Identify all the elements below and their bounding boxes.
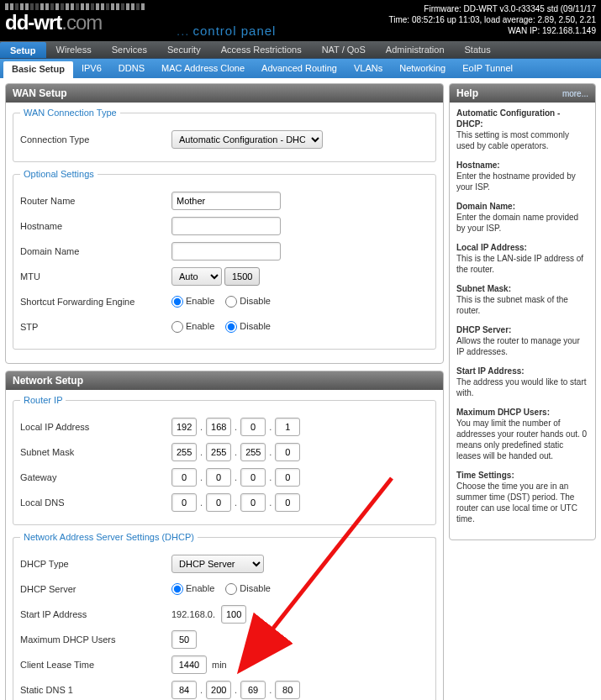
- label-router-name: Router Name: [20, 196, 171, 206]
- sub-tabs: Basic Setup IPV6 DDNS MAC Address Clone …: [0, 59, 601, 78]
- select-conn-type[interactable]: Automatic Configuration - DHCP: [171, 130, 323, 149]
- input-localip-3[interactable]: [275, 418, 300, 436]
- label-localdns: Local DNS: [20, 497, 171, 508]
- fieldset-dhcp: Network Address Server Settings (DHCP) D…: [13, 532, 436, 700]
- label-lease: Client Lease Time: [20, 660, 171, 670]
- control-panel-label: control panel: [177, 24, 276, 38]
- fieldset-router-ip: Router IP Local IP Address . . . Subnet …: [13, 395, 436, 525]
- subtab-eoip[interactable]: EoIP Tunnel: [454, 59, 521, 78]
- panel-wan-setup: WAN Setup WAN Connection Type Connection…: [5, 83, 444, 364]
- firmware-line: Firmware: DD-WRT v3.0-r33345 std (09/11/…: [389, 3, 596, 14]
- panel-title-network: Network Setup: [6, 371, 443, 390]
- panel-help: Help more... Automatic Configuration - D…: [449, 83, 596, 540]
- main-tabs: Setup Wireless Services Security Access …: [0, 41, 601, 59]
- tab-setup[interactable]: Setup: [0, 42, 46, 58]
- radio-stp-disable[interactable]: [225, 321, 237, 333]
- panel-title-wan: WAN Setup: [6, 84, 443, 103]
- subtab-networking[interactable]: Networking: [391, 59, 454, 78]
- subtab-adv-routing[interactable]: Advanced Routing: [253, 59, 345, 78]
- label-dhcp-type: DHCP Type: [20, 559, 171, 569]
- label-dhcp-server: DHCP Server: [20, 584, 171, 594]
- subtab-vlans[interactable]: VLANs: [345, 59, 391, 78]
- label-mtu: MTU: [20, 271, 171, 282]
- input-subnet-1[interactable]: [206, 443, 231, 461]
- input-localdns-3[interactable]: [275, 493, 300, 512]
- label-start-ip: Start IP Address: [20, 609, 171, 619]
- tab-wireless[interactable]: Wireless: [46, 41, 102, 58]
- input-localip-1[interactable]: [206, 418, 231, 436]
- subtab-ddns[interactable]: DDNS: [110, 59, 153, 78]
- subtab-ipv6[interactable]: IPV6: [73, 59, 110, 78]
- subtab-mac-clone[interactable]: MAC Address Clone: [153, 59, 253, 78]
- radio-sfe-enable[interactable]: [171, 296, 183, 308]
- input-gateway-3[interactable]: [275, 468, 300, 487]
- select-mtu-mode[interactable]: Auto: [171, 267, 222, 286]
- label-dns1: Static DNS 1: [20, 685, 171, 695]
- help-body: Automatic Configuration - DHCP:This sett…: [450, 103, 595, 539]
- input-gateway-1[interactable]: [206, 468, 231, 487]
- tab-status[interactable]: Status: [455, 41, 501, 58]
- input-localdns-2[interactable]: [240, 493, 266, 512]
- label-subnet: Subnet Mask: [20, 447, 171, 457]
- logo: dd-wrt.com: [5, 3, 145, 34]
- input-subnet-2[interactable]: [240, 443, 266, 461]
- header-info: Firmware: DD-WRT v3.0-r33345 std (09/11/…: [389, 3, 596, 36]
- tab-administration[interactable]: Administration: [376, 41, 455, 58]
- label-local-ip: Local IP Address: [20, 422, 171, 432]
- radio-dhcp-disable[interactable]: [225, 583, 237, 595]
- label-conn-type: Connection Type: [20, 134, 171, 145]
- label-gateway: Gateway: [20, 472, 171, 482]
- input-dns1-1[interactable]: [206, 681, 231, 699]
- input-localip-2[interactable]: [240, 418, 266, 436]
- select-dhcp-type[interactable]: DHCP Server: [171, 555, 264, 573]
- input-localdns-1[interactable]: [206, 493, 231, 512]
- radio-sfe-disable[interactable]: [225, 296, 237, 308]
- input-dns1-3[interactable]: [275, 681, 300, 699]
- input-subnet-0[interactable]: [171, 443, 197, 461]
- input-domain[interactable]: [171, 242, 281, 261]
- fieldset-optional: Optional Settings Router Name Hostname D…: [13, 169, 436, 350]
- input-dns1-2[interactable]: [240, 681, 266, 699]
- input-gateway-0[interactable]: [171, 468, 197, 487]
- input-lease[interactable]: [171, 655, 207, 674]
- input-gateway-2[interactable]: [240, 468, 266, 487]
- label-hostname: Hostname: [20, 221, 171, 231]
- input-hostname[interactable]: [171, 217, 281, 235]
- start-ip-prefix: 192.168.0.: [171, 609, 215, 619]
- tab-nat-qos[interactable]: NAT / QoS: [312, 41, 376, 58]
- input-start-ip[interactable]: [221, 605, 246, 624]
- radio-dhcp-enable[interactable]: [171, 583, 183, 595]
- tab-security[interactable]: Security: [157, 41, 211, 58]
- fieldset-wan-connection: WAN Connection Type Connection Type Auto…: [13, 108, 436, 162]
- legend-router-ip: Router IP: [20, 395, 66, 405]
- input-localip-0[interactable]: [171, 418, 197, 436]
- tab-access-restrictions[interactable]: Access Restrictions: [211, 41, 312, 58]
- input-localdns-0[interactable]: [171, 493, 197, 512]
- subtab-basic-setup[interactable]: Basic Setup: [3, 61, 73, 78]
- label-sfe: Shortcut Forwarding Engine: [20, 297, 171, 307]
- tab-services[interactable]: Services: [102, 41, 157, 58]
- legend-dhcp: Network Address Server Settings (DHCP): [20, 532, 198, 542]
- radio-stp-enable[interactable]: [171, 321, 183, 333]
- input-subnet-3[interactable]: [275, 443, 300, 461]
- wanip-line: WAN IP: 192.168.1.149: [389, 25, 596, 36]
- legend-wan: WAN Connection Type: [20, 108, 120, 118]
- time-line: Time: 08:52:16 up 11:03, load average: 2…: [389, 14, 596, 25]
- button-mtu-value[interactable]: 1500: [224, 267, 260, 286]
- label-domain: Domain Name: [20, 246, 171, 256]
- lease-unit: min: [212, 660, 227, 670]
- panel-network-setup: Network Setup Router IP Local IP Address…: [5, 371, 444, 700]
- legend-optional: Optional Settings: [20, 169, 98, 179]
- help-more-link[interactable]: more...: [562, 89, 588, 98]
- logo-dots: [5, 3, 145, 10]
- input-dns1-0[interactable]: [171, 681, 197, 699]
- input-router-name[interactable]: [171, 192, 281, 210]
- header: dd-wrt.com control panel Firmware: DD-WR…: [0, 0, 601, 41]
- label-max-users: Maximum DHCP Users: [20, 634, 171, 645]
- help-title: Help: [456, 87, 478, 99]
- label-stp: STP: [20, 322, 171, 332]
- input-max-users[interactable]: [171, 630, 197, 649]
